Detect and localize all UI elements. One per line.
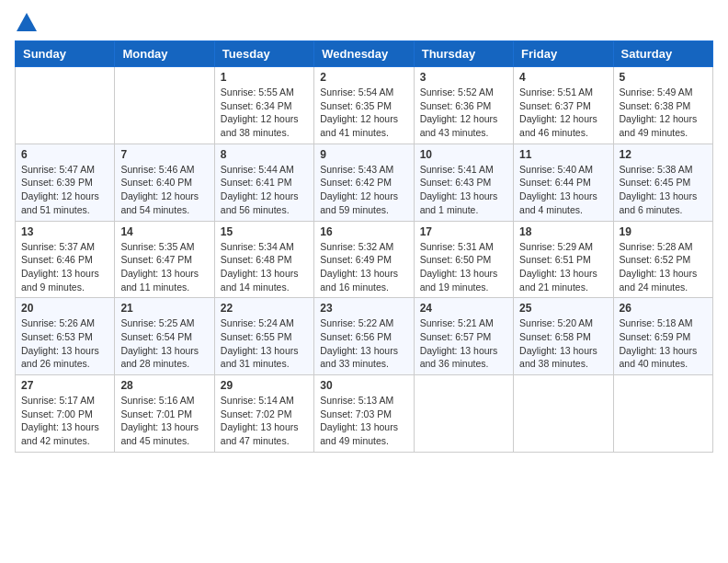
calendar-cell: 2Sunrise: 5:54 AMSunset: 6:35 PMDaylight… — [314, 67, 414, 144]
calendar-cell: 13Sunrise: 5:37 AMSunset: 6:46 PMDayligh… — [16, 221, 115, 298]
day-number: 4 — [519, 71, 607, 84]
calendar-cell: 6Sunrise: 5:47 AMSunset: 6:39 PMDaylight… — [16, 144, 115, 221]
day-number: 12 — [620, 148, 707, 161]
calendar-cell — [414, 375, 513, 453]
day-number: 28 — [120, 379, 208, 392]
day-number: 11 — [519, 148, 607, 161]
day-number: 27 — [21, 379, 108, 392]
day-number: 14 — [120, 225, 208, 238]
day-info: Sunrise: 5:20 AMSunset: 6:58 PMDaylight:… — [519, 316, 607, 371]
calendar-cell — [514, 375, 613, 453]
calendar-table: SundayMondayTuesdayWednesdayThursdayFrid… — [15, 40, 713, 453]
day-info: Sunrise: 5:14 AMSunset: 7:02 PMDaylight:… — [221, 394, 308, 448]
day-number: 25 — [519, 302, 607, 315]
weekday-header-sunday: Sunday — [16, 41, 115, 67]
day-number: 24 — [420, 302, 507, 315]
day-info: Sunrise: 5:34 AMSunset: 6:48 PMDaylight:… — [221, 240, 308, 294]
day-number: 23 — [320, 302, 407, 315]
calendar-cell: 20Sunrise: 5:26 AMSunset: 6:53 PMDayligh… — [16, 298, 115, 375]
day-info: Sunrise: 5:22 AMSunset: 6:56 PMDaylight:… — [320, 316, 407, 371]
calendar-week-3: 13Sunrise: 5:37 AMSunset: 6:46 PMDayligh… — [16, 221, 713, 298]
day-number: 30 — [320, 379, 407, 392]
day-number: 7 — [120, 148, 208, 161]
calendar-cell: 27Sunrise: 5:17 AMSunset: 7:00 PMDayligh… — [16, 375, 115, 453]
calendar-cell: 15Sunrise: 5:34 AMSunset: 6:48 PMDayligh… — [214, 221, 313, 298]
day-info: Sunrise: 5:47 AMSunset: 6:39 PMDaylight:… — [21, 163, 108, 217]
day-number: 2 — [320, 71, 407, 84]
day-number: 15 — [221, 225, 308, 238]
calendar-cell: 11Sunrise: 5:40 AMSunset: 6:44 PMDayligh… — [514, 144, 613, 221]
day-number: 26 — [620, 302, 707, 315]
day-info: Sunrise: 5:25 AMSunset: 6:54 PMDaylight:… — [120, 316, 208, 371]
day-info: Sunrise: 5:28 AMSunset: 6:52 PMDaylight:… — [620, 240, 707, 294]
calendar-cell — [613, 375, 712, 453]
calendar-week-5: 27Sunrise: 5:17 AMSunset: 7:00 PMDayligh… — [16, 375, 713, 453]
day-info: Sunrise: 5:26 AMSunset: 6:53 PMDaylight:… — [21, 316, 108, 371]
day-info: Sunrise: 5:38 AMSunset: 6:45 PMDaylight:… — [620, 163, 707, 217]
calendar-cell: 8Sunrise: 5:44 AMSunset: 6:41 PMDaylight… — [214, 144, 313, 221]
calendar-cell: 5Sunrise: 5:49 AMSunset: 6:38 PMDaylight… — [613, 67, 712, 144]
weekday-header-wednesday: Wednesday — [314, 41, 414, 67]
calendar-cell: 26Sunrise: 5:18 AMSunset: 6:59 PMDayligh… — [613, 298, 712, 375]
day-info: Sunrise: 5:43 AMSunset: 6:42 PMDaylight:… — [320, 163, 407, 217]
page-header — [15, 15, 713, 31]
day-number: 10 — [420, 148, 507, 161]
weekday-header-tuesday: Tuesday — [214, 41, 313, 67]
calendar-cell: 19Sunrise: 5:28 AMSunset: 6:52 PMDayligh… — [613, 221, 712, 298]
day-info: Sunrise: 5:40 AMSunset: 6:44 PMDaylight:… — [519, 163, 607, 217]
day-number: 22 — [221, 302, 308, 315]
calendar-week-2: 6Sunrise: 5:47 AMSunset: 6:39 PMDaylight… — [16, 144, 713, 221]
day-number: 19 — [620, 225, 707, 238]
day-info: Sunrise: 5:44 AMSunset: 6:41 PMDaylight:… — [221, 163, 308, 217]
day-number: 29 — [221, 379, 308, 392]
day-number: 21 — [120, 302, 208, 315]
weekday-header-saturday: Saturday — [613, 41, 712, 67]
day-number: 17 — [420, 225, 507, 238]
day-info: Sunrise: 5:55 AMSunset: 6:34 PMDaylight:… — [221, 86, 308, 140]
svg-marker-0 — [17, 13, 37, 31]
calendar-cell: 9Sunrise: 5:43 AMSunset: 6:42 PMDaylight… — [314, 144, 414, 221]
day-info: Sunrise: 5:54 AMSunset: 6:35 PMDaylight:… — [320, 86, 407, 140]
calendar-cell: 12Sunrise: 5:38 AMSunset: 6:45 PMDayligh… — [613, 144, 712, 221]
weekday-header-row: SundayMondayTuesdayWednesdayThursdayFrid… — [16, 41, 713, 67]
calendar-cell: 10Sunrise: 5:41 AMSunset: 6:43 PMDayligh… — [414, 144, 513, 221]
day-number: 3 — [420, 71, 507, 84]
calendar-cell: 22Sunrise: 5:24 AMSunset: 6:55 PMDayligh… — [214, 298, 313, 375]
calendar-cell: 29Sunrise: 5:14 AMSunset: 7:02 PMDayligh… — [214, 375, 313, 453]
calendar-cell: 4Sunrise: 5:51 AMSunset: 6:37 PMDaylight… — [514, 67, 613, 144]
day-info: Sunrise: 5:52 AMSunset: 6:36 PMDaylight:… — [420, 86, 507, 140]
day-number: 8 — [221, 148, 308, 161]
day-info: Sunrise: 5:49 AMSunset: 6:38 PMDaylight:… — [620, 86, 707, 140]
calendar-cell: 14Sunrise: 5:35 AMSunset: 6:47 PMDayligh… — [115, 221, 214, 298]
day-info: Sunrise: 5:41 AMSunset: 6:43 PMDaylight:… — [420, 163, 507, 217]
calendar-cell: 16Sunrise: 5:32 AMSunset: 6:49 PMDayligh… — [314, 221, 414, 298]
day-info: Sunrise: 5:31 AMSunset: 6:50 PMDaylight:… — [420, 240, 507, 294]
day-number: 5 — [620, 71, 707, 84]
calendar-cell: 18Sunrise: 5:29 AMSunset: 6:51 PMDayligh… — [514, 221, 613, 298]
weekday-header-friday: Friday — [514, 41, 613, 67]
day-info: Sunrise: 5:51 AMSunset: 6:37 PMDaylight:… — [519, 86, 607, 140]
day-info: Sunrise: 5:32 AMSunset: 6:49 PMDaylight:… — [320, 240, 407, 294]
weekday-header-thursday: Thursday — [414, 41, 513, 67]
day-info: Sunrise: 5:13 AMSunset: 7:03 PMDaylight:… — [320, 394, 407, 448]
day-info: Sunrise: 5:17 AMSunset: 7:00 PMDaylight:… — [21, 394, 108, 448]
calendar-cell — [16, 67, 115, 144]
day-info: Sunrise: 5:35 AMSunset: 6:47 PMDaylight:… — [120, 240, 208, 294]
calendar-week-1: 1Sunrise: 5:55 AMSunset: 6:34 PMDaylight… — [16, 67, 713, 144]
day-number: 9 — [320, 148, 407, 161]
day-info: Sunrise: 5:21 AMSunset: 6:57 PMDaylight:… — [420, 316, 507, 371]
day-number: 16 — [320, 225, 407, 238]
day-info: Sunrise: 5:37 AMSunset: 6:46 PMDaylight:… — [21, 240, 108, 294]
day-number: 18 — [519, 225, 607, 238]
weekday-header-monday: Monday — [115, 41, 214, 67]
day-info: Sunrise: 5:24 AMSunset: 6:55 PMDaylight:… — [221, 316, 308, 371]
calendar-cell: 17Sunrise: 5:31 AMSunset: 6:50 PMDayligh… — [414, 221, 513, 298]
calendar-cell: 30Sunrise: 5:13 AMSunset: 7:03 PMDayligh… — [314, 375, 414, 453]
day-info: Sunrise: 5:29 AMSunset: 6:51 PMDaylight:… — [519, 240, 607, 294]
calendar-cell: 23Sunrise: 5:22 AMSunset: 6:56 PMDayligh… — [314, 298, 414, 375]
day-info: Sunrise: 5:46 AMSunset: 6:40 PMDaylight:… — [120, 163, 208, 217]
calendar-week-4: 20Sunrise: 5:26 AMSunset: 6:53 PMDayligh… — [16, 298, 713, 375]
logo-icon — [17, 13, 37, 31]
logo — [15, 15, 37, 31]
calendar-cell: 25Sunrise: 5:20 AMSunset: 6:58 PMDayligh… — [514, 298, 613, 375]
